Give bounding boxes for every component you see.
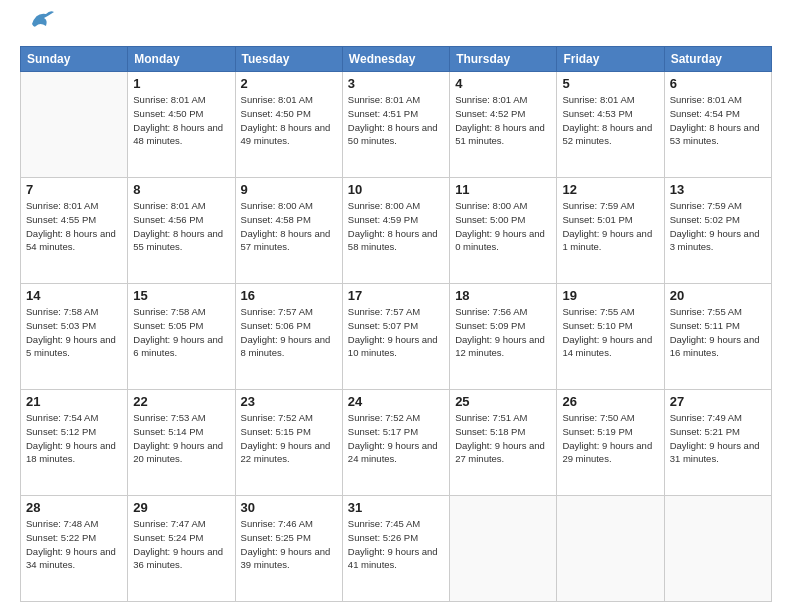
calendar-cell: 30Sunrise: 7:46 AMSunset: 5:25 PMDayligh… [235,496,342,602]
calendar-cell: 26Sunrise: 7:50 AMSunset: 5:19 PMDayligh… [557,390,664,496]
day-info: Sunrise: 7:54 AMSunset: 5:12 PMDaylight:… [26,411,122,466]
weekday-header-wednesday: Wednesday [342,47,449,72]
calendar-cell: 25Sunrise: 7:51 AMSunset: 5:18 PMDayligh… [450,390,557,496]
calendar-cell: 12Sunrise: 7:59 AMSunset: 5:01 PMDayligh… [557,178,664,284]
day-info: Sunrise: 8:01 AMSunset: 4:55 PMDaylight:… [26,199,122,254]
calendar-cell: 14Sunrise: 7:58 AMSunset: 5:03 PMDayligh… [21,284,128,390]
day-number: 27 [670,394,766,409]
calendar-cell: 16Sunrise: 7:57 AMSunset: 5:06 PMDayligh… [235,284,342,390]
day-number: 9 [241,182,337,197]
day-number: 17 [348,288,444,303]
day-number: 12 [562,182,658,197]
weekday-header-sunday: Sunday [21,47,128,72]
header [20,18,772,36]
day-info: Sunrise: 7:51 AMSunset: 5:18 PMDaylight:… [455,411,551,466]
day-number: 31 [348,500,444,515]
calendar-cell [664,496,771,602]
calendar-cell: 20Sunrise: 7:55 AMSunset: 5:11 PMDayligh… [664,284,771,390]
logo [20,18,54,36]
calendar-cell: 31Sunrise: 7:45 AMSunset: 5:26 PMDayligh… [342,496,449,602]
calendar-cell: 6Sunrise: 8:01 AMSunset: 4:54 PMDaylight… [664,72,771,178]
day-number: 7 [26,182,122,197]
calendar-cell: 4Sunrise: 8:01 AMSunset: 4:52 PMDaylight… [450,72,557,178]
day-number: 25 [455,394,551,409]
logo-bird-icon [26,10,54,36]
day-info: Sunrise: 8:01 AMSunset: 4:51 PMDaylight:… [348,93,444,148]
day-number: 29 [133,500,229,515]
day-info: Sunrise: 7:52 AMSunset: 5:17 PMDaylight:… [348,411,444,466]
day-number: 19 [562,288,658,303]
calendar-header-row: SundayMondayTuesdayWednesdayThursdayFrid… [21,47,772,72]
calendar-cell: 3Sunrise: 8:01 AMSunset: 4:51 PMDaylight… [342,72,449,178]
calendar-cell: 29Sunrise: 7:47 AMSunset: 5:24 PMDayligh… [128,496,235,602]
day-number: 2 [241,76,337,91]
calendar-week-1: 1Sunrise: 8:01 AMSunset: 4:50 PMDaylight… [21,72,772,178]
calendar-cell: 15Sunrise: 7:58 AMSunset: 5:05 PMDayligh… [128,284,235,390]
page: SundayMondayTuesdayWednesdayThursdayFrid… [0,0,792,612]
day-info: Sunrise: 7:56 AMSunset: 5:09 PMDaylight:… [455,305,551,360]
calendar-cell: 19Sunrise: 7:55 AMSunset: 5:10 PMDayligh… [557,284,664,390]
day-info: Sunrise: 7:55 AMSunset: 5:10 PMDaylight:… [562,305,658,360]
calendar-cell: 17Sunrise: 7:57 AMSunset: 5:07 PMDayligh… [342,284,449,390]
day-info: Sunrise: 7:45 AMSunset: 5:26 PMDaylight:… [348,517,444,572]
calendar-cell: 11Sunrise: 8:00 AMSunset: 5:00 PMDayligh… [450,178,557,284]
calendar-cell: 5Sunrise: 8:01 AMSunset: 4:53 PMDaylight… [557,72,664,178]
calendar-week-3: 14Sunrise: 7:58 AMSunset: 5:03 PMDayligh… [21,284,772,390]
day-info: Sunrise: 8:01 AMSunset: 4:54 PMDaylight:… [670,93,766,148]
calendar-cell: 23Sunrise: 7:52 AMSunset: 5:15 PMDayligh… [235,390,342,496]
day-number: 11 [455,182,551,197]
calendar-cell: 2Sunrise: 8:01 AMSunset: 4:50 PMDaylight… [235,72,342,178]
calendar-cell: 21Sunrise: 7:54 AMSunset: 5:12 PMDayligh… [21,390,128,496]
day-info: Sunrise: 7:47 AMSunset: 5:24 PMDaylight:… [133,517,229,572]
day-number: 4 [455,76,551,91]
calendar-week-5: 28Sunrise: 7:48 AMSunset: 5:22 PMDayligh… [21,496,772,602]
calendar-cell: 1Sunrise: 8:01 AMSunset: 4:50 PMDaylight… [128,72,235,178]
day-info: Sunrise: 8:00 AMSunset: 5:00 PMDaylight:… [455,199,551,254]
day-info: Sunrise: 7:48 AMSunset: 5:22 PMDaylight:… [26,517,122,572]
day-number: 22 [133,394,229,409]
day-info: Sunrise: 7:49 AMSunset: 5:21 PMDaylight:… [670,411,766,466]
calendar-cell: 22Sunrise: 7:53 AMSunset: 5:14 PMDayligh… [128,390,235,496]
day-number: 28 [26,500,122,515]
calendar-cell [450,496,557,602]
day-info: Sunrise: 7:58 AMSunset: 5:03 PMDaylight:… [26,305,122,360]
day-number: 14 [26,288,122,303]
calendar-week-2: 7Sunrise: 8:01 AMSunset: 4:55 PMDaylight… [21,178,772,284]
day-info: Sunrise: 7:59 AMSunset: 5:02 PMDaylight:… [670,199,766,254]
day-info: Sunrise: 8:00 AMSunset: 4:59 PMDaylight:… [348,199,444,254]
day-info: Sunrise: 7:50 AMSunset: 5:19 PMDaylight:… [562,411,658,466]
calendar-cell: 7Sunrise: 8:01 AMSunset: 4:55 PMDaylight… [21,178,128,284]
day-number: 13 [670,182,766,197]
day-info: Sunrise: 7:55 AMSunset: 5:11 PMDaylight:… [670,305,766,360]
day-number: 30 [241,500,337,515]
day-info: Sunrise: 7:59 AMSunset: 5:01 PMDaylight:… [562,199,658,254]
day-info: Sunrise: 7:57 AMSunset: 5:07 PMDaylight:… [348,305,444,360]
calendar-week-4: 21Sunrise: 7:54 AMSunset: 5:12 PMDayligh… [21,390,772,496]
calendar-cell: 13Sunrise: 7:59 AMSunset: 5:02 PMDayligh… [664,178,771,284]
day-info: Sunrise: 8:01 AMSunset: 4:53 PMDaylight:… [562,93,658,148]
day-info: Sunrise: 8:00 AMSunset: 4:58 PMDaylight:… [241,199,337,254]
day-number: 1 [133,76,229,91]
weekday-header-monday: Monday [128,47,235,72]
day-number: 16 [241,288,337,303]
calendar-cell: 27Sunrise: 7:49 AMSunset: 5:21 PMDayligh… [664,390,771,496]
day-number: 24 [348,394,444,409]
day-number: 26 [562,394,658,409]
day-number: 10 [348,182,444,197]
weekday-header-friday: Friday [557,47,664,72]
day-number: 8 [133,182,229,197]
calendar-cell: 28Sunrise: 7:48 AMSunset: 5:22 PMDayligh… [21,496,128,602]
calendar-table: SundayMondayTuesdayWednesdayThursdayFrid… [20,46,772,602]
day-number: 6 [670,76,766,91]
day-info: Sunrise: 8:01 AMSunset: 4:50 PMDaylight:… [241,93,337,148]
weekday-header-tuesday: Tuesday [235,47,342,72]
day-info: Sunrise: 7:52 AMSunset: 5:15 PMDaylight:… [241,411,337,466]
weekday-header-thursday: Thursday [450,47,557,72]
day-number: 3 [348,76,444,91]
day-number: 18 [455,288,551,303]
day-number: 20 [670,288,766,303]
day-number: 15 [133,288,229,303]
calendar-cell [21,72,128,178]
calendar-cell: 9Sunrise: 8:00 AMSunset: 4:58 PMDaylight… [235,178,342,284]
day-info: Sunrise: 8:01 AMSunset: 4:56 PMDaylight:… [133,199,229,254]
